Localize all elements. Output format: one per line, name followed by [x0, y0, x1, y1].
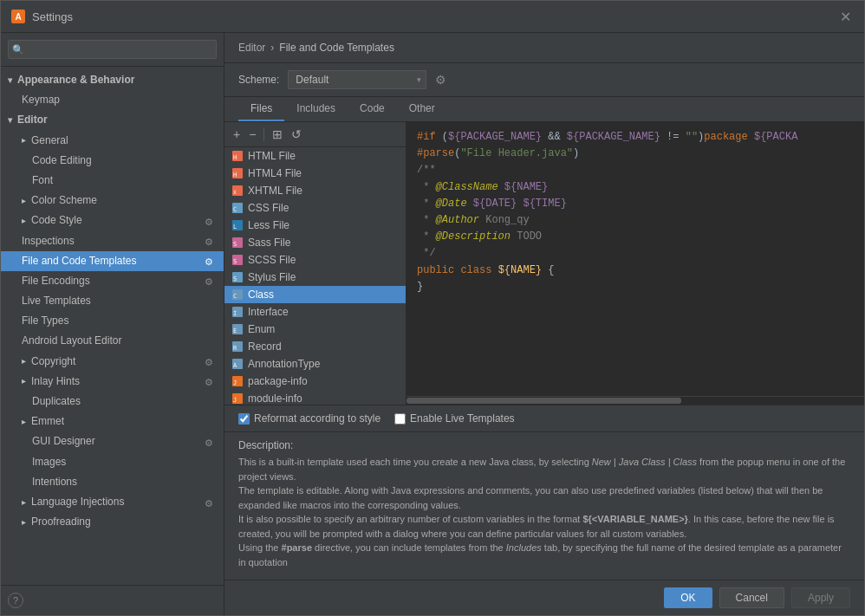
- help-button[interactable]: ?: [8, 593, 23, 608]
- sidebar-item-inlay-hints[interactable]: Inlay Hints ⚙: [1, 372, 224, 392]
- sidebar-item-intentions[interactable]: Intentions: [1, 472, 224, 492]
- list-item[interactable]: H HTML4 File: [224, 165, 406, 182]
- sidebar-item-proofreading[interactable]: Proofreading: [1, 512, 224, 532]
- list-item[interactable]: C CSS File: [224, 199, 406, 217]
- live-templates-checkbox[interactable]: [394, 413, 406, 425]
- gear-icon: ⚙: [205, 375, 217, 387]
- interface-icon: I: [231, 306, 244, 318]
- template-section: + − ⊞ ↺ H HTML File: [224, 122, 864, 405]
- tab-includes[interactable]: Includes: [284, 97, 348, 121]
- sidebar-item-live-templates[interactable]: Live Templates: [1, 291, 224, 311]
- sidebar-bottom: ?: [1, 585, 224, 615]
- list-item-label: module-info: [248, 392, 302, 405]
- breadcrumb-parent: Editor: [238, 42, 265, 54]
- annotation-icon: A: [231, 358, 244, 370]
- sidebar-item-general[interactable]: General: [1, 131, 224, 151]
- scheme-row: Scheme: Default Project ▾ ⚙: [224, 63, 864, 97]
- svg-text:J: J: [233, 379, 237, 386]
- list-item[interactable]: X XHTML File: [224, 182, 406, 199]
- list-item-label: CSS File: [248, 202, 289, 214]
- expand-arrow: [22, 354, 26, 368]
- reformat-checkbox-label[interactable]: Reformat according to style: [238, 412, 380, 425]
- sidebar-item-code-editing[interactable]: Code Editing: [1, 151, 224, 171]
- sidebar-item-inspections[interactable]: Inspections ⚙: [1, 231, 224, 251]
- search-input[interactable]: [8, 40, 217, 59]
- list-item[interactable]: I Interface: [224, 303, 406, 321]
- list-item-label: Record: [248, 340, 282, 353]
- sidebar-item-android-layout-editor[interactable]: Android Layout Editor: [1, 331, 224, 351]
- tab-other[interactable]: Other: [397, 97, 447, 121]
- list-item[interactable]: S SCSS File: [224, 251, 406, 269]
- cancel-button[interactable]: Cancel: [719, 587, 784, 608]
- list-item[interactable]: A AnnotationType: [224, 355, 406, 373]
- sidebar-item-images[interactable]: Images: [1, 452, 224, 472]
- sidebar-item-label: Copyright: [31, 353, 75, 370]
- scheme-label: Scheme:: [238, 74, 279, 86]
- gear-icon: ⚙: [205, 235, 217, 247]
- sidebar-item-color-scheme[interactable]: Color Scheme: [1, 191, 224, 211]
- list-item[interactable]: S Sass File: [224, 234, 406, 251]
- sidebar-item-label: Language Injections: [31, 494, 124, 510]
- sidebar-item-file-and-code-templates[interactable]: File and Code Templates ⚙: [1, 251, 224, 271]
- svg-text:I: I: [233, 310, 237, 317]
- copy-template-button[interactable]: ⊞: [269, 126, 286, 143]
- scheme-gear-button[interactable]: ⚙: [435, 73, 446, 87]
- horizontal-scrollbar[interactable]: [406, 396, 864, 405]
- list-item-label: HTML File: [248, 150, 296, 162]
- less-file-icon: L: [231, 219, 244, 231]
- code-content[interactable]: #if (${PACKAGE_NAME} && ${PACKAGE_NAME} …: [406, 122, 864, 396]
- sidebar-item-language-injections[interactable]: Language Injections ⚙: [1, 492, 224, 512]
- sidebar-item-code-style[interactable]: Code Style ⚙: [1, 211, 224, 230]
- remove-template-button[interactable]: −: [245, 126, 259, 143]
- list-item[interactable]: H HTML File: [224, 147, 406, 165]
- breadcrumb-separator: ›: [270, 42, 274, 54]
- sidebar-item-label: Intentions: [32, 474, 77, 490]
- reformat-checkbox[interactable]: [238, 413, 250, 425]
- list-item[interactable]: L Less File: [224, 217, 406, 234]
- ok-button[interactable]: OK: [664, 587, 712, 608]
- list-item[interactable]: C Class: [224, 286, 406, 303]
- sidebar-item-keymap[interactable]: Keymap: [1, 90, 224, 110]
- close-button[interactable]: ✕: [836, 8, 854, 25]
- sidebar-item-label: General: [31, 133, 68, 149]
- sidebar-item-appearance[interactable]: Appearance & Behavior: [1, 70, 224, 90]
- sidebar-item-label: Appearance & Behavior: [17, 72, 134, 88]
- list-item[interactable]: J module-info: [224, 390, 406, 405]
- tab-files[interactable]: Files: [238, 97, 284, 121]
- template-list: H HTML File H HTML4 File X: [224, 147, 406, 405]
- sidebar-item-copyright[interactable]: Copyright ⚙: [1, 352, 224, 372]
- sidebar: 🔍 Appearance & Behavior Keymap Editor: [1, 33, 224, 615]
- settings-window: A Settings ✕ 🔍 Appearance & Behavior: [0, 0, 865, 616]
- sidebar-item-emmet[interactable]: Emmet: [1, 412, 224, 431]
- sidebar-item-duplicates[interactable]: Duplicates: [1, 392, 224, 412]
- svg-text:L: L: [233, 224, 237, 230]
- code-line: * @ClassName ${NAME}: [417, 179, 854, 196]
- code-line: * @Date ${DATE} ${TIME}: [417, 196, 854, 212]
- add-template-button[interactable]: +: [230, 126, 244, 143]
- list-item[interactable]: J package-info: [224, 373, 406, 390]
- code-line: }: [417, 279, 854, 295]
- live-templates-checkbox-label[interactable]: Enable Live Templates: [394, 412, 515, 425]
- list-item[interactable]: R Record: [224, 338, 406, 355]
- apply-button[interactable]: Apply: [791, 587, 850, 608]
- list-item[interactable]: E Enum: [224, 321, 406, 338]
- reset-template-button[interactable]: ↺: [288, 126, 305, 143]
- expand-arrow: [8, 113, 12, 127]
- footer: OK Cancel Apply: [224, 580, 864, 615]
- sidebar-item-gui-designer[interactable]: GUI Designer ⚙: [1, 431, 224, 451]
- gear-icon: ⚙: [205, 355, 217, 367]
- sidebar-item-font[interactable]: Font: [1, 171, 224, 191]
- svg-text:S: S: [233, 276, 237, 282]
- list-item-label: Class: [248, 289, 274, 301]
- scheme-select[interactable]: Default Project: [288, 70, 426, 89]
- sidebar-item-label: Keymap: [22, 92, 60, 108]
- sidebar-item-label: Images: [32, 454, 66, 470]
- sidebar-item-label: Inspections: [22, 233, 75, 250]
- sidebar-item-editor[interactable]: Editor: [1, 110, 224, 130]
- list-item[interactable]: S Stylus File: [224, 269, 406, 286]
- sidebar-item-label: Font: [32, 172, 53, 189]
- list-item-label: package-info: [248, 375, 308, 387]
- tab-code[interactable]: Code: [348, 97, 397, 121]
- sidebar-item-file-types[interactable]: File Types: [1, 311, 224, 331]
- sidebar-item-file-encodings[interactable]: File Encodings ⚙: [1, 271, 224, 291]
